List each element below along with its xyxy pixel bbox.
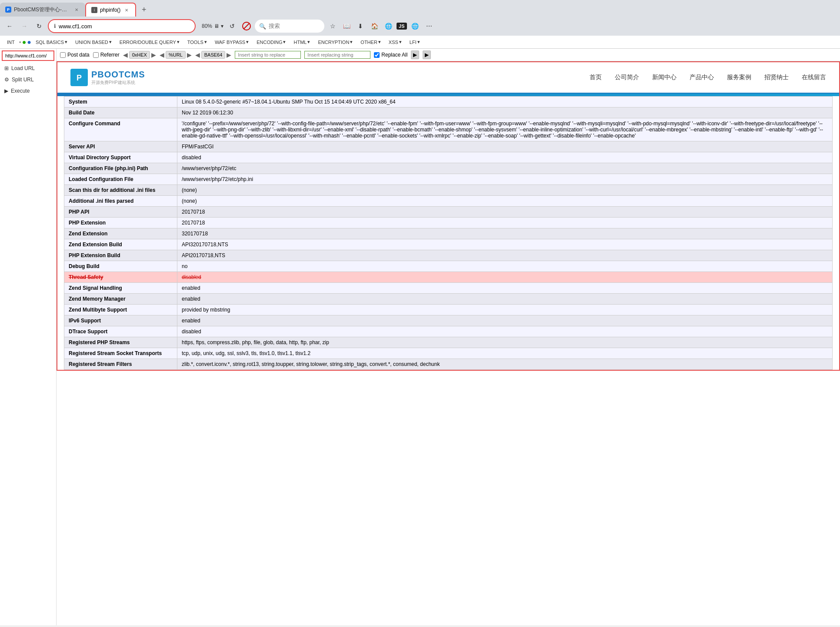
search-icon: 🔍 (259, 23, 266, 30)
right-arrow-hex: ▶ (151, 51, 156, 58)
nav-news[interactable]: 新闻中心 (652, 74, 677, 81)
hackbar-tools[interactable]: TOOLS▾ (184, 38, 210, 46)
tab-pbootcms[interactable]: P PbootCMS管理中心-V2.... ✕ (0, 3, 85, 17)
post-data-checkbox-label[interactable]: Post data (60, 52, 90, 58)
post-data-checkbox[interactable] (60, 52, 66, 58)
refresh-button[interactable]: ↻ (33, 20, 45, 32)
table-cell-label: Loaded Configuration File (64, 174, 177, 185)
table-cell-value: enabled (177, 283, 833, 294)
content-area: Post data Referrer ◀ 0xHEX ▶ ◀ %URL ▶ (57, 49, 840, 625)
hackbar-dots: • (19, 39, 21, 46)
hackbar-encryption[interactable]: ENCRYPTION▾ (314, 38, 356, 46)
nav-cases[interactable]: 服务案例 (727, 74, 751, 81)
monitor-icon: 🖥 (214, 23, 219, 29)
download-icon[interactable]: ⬇ (355, 20, 366, 32)
extension-icon[interactable]: 🌐 (410, 20, 421, 32)
table-row: Zend Multibyte Supportprovided by mbstri… (64, 305, 833, 315)
table-cell-label: PHP API (64, 207, 177, 218)
table-row: Additional .ini files parsed(none) (64, 196, 833, 207)
tab-close-1[interactable]: ✕ (73, 6, 80, 13)
sidebar-item-load-url[interactable]: ⊞ Load URL (0, 63, 56, 74)
table-cell-label: Virtual Directory Support (64, 152, 177, 163)
hackbar-xss[interactable]: XSS▾ (385, 38, 405, 46)
split-url-label: Split URL (12, 77, 34, 83)
table-cell-value: 20170718 (177, 207, 833, 218)
home-icon[interactable]: 🏠 (369, 20, 380, 32)
js-badge[interactable]: JS (397, 23, 407, 30)
load-url-icon: ⊞ (4, 65, 9, 71)
table-cell-value: enabled (177, 315, 833, 326)
hex-encode-btn[interactable]: 0xHEX (129, 51, 150, 59)
table-row: Zend Signal Handlingenabled (64, 283, 833, 294)
table-row: Virtual Directory Supportdisabled (64, 152, 833, 163)
nav-company[interactable]: 公司简介 (615, 74, 639, 81)
globe-icon[interactable]: 🌐 (383, 20, 394, 32)
nav-home[interactable]: 首页 (590, 74, 602, 81)
referrer-checkbox[interactable] (93, 52, 99, 58)
forward-button[interactable]: → (18, 20, 30, 32)
url-encode-btn[interactable]: %URL (166, 51, 186, 59)
back-button[interactable]: ← (3, 20, 16, 32)
hackbar-blue-dot: ● (27, 38, 31, 46)
replace-arrow-btn-2[interactable]: ▶ (423, 50, 431, 59)
menu-icon[interactable]: ⋯ (423, 20, 435, 32)
table-row: Registered Stream Socket Transportstcp, … (64, 348, 833, 359)
hackbar-row: INT • ● ● SQL BASICS▾ UNION BASED▾ ERROR… (0, 36, 840, 49)
table-cell-label: Zend Multibyte Support (64, 305, 177, 315)
sidebar-item-split-url[interactable]: ⚙ Split URL (0, 74, 56, 85)
address-input[interactable] (59, 23, 190, 30)
base64-encode-btn[interactable]: BASE64 (201, 51, 226, 59)
table-row: DTrace Supportdisabled (64, 326, 833, 337)
hackbar-waf-bypass[interactable]: WAF BYPASS▾ (211, 38, 252, 46)
reload-button[interactable]: ↺ (226, 20, 238, 32)
search-box[interactable]: 🔍 搜索 (255, 20, 324, 33)
base64-label: BASE64 (204, 52, 223, 57)
nav-message[interactable]: 在线留言 (802, 74, 826, 81)
table-cell-value: (none) (177, 196, 833, 207)
dropdown-icon[interactable]: ▾ (221, 23, 223, 29)
toolbar-row: Post data Referrer ◀ 0xHEX ▶ ◀ %URL ▶ (57, 49, 840, 61)
new-tab-button[interactable]: + (138, 3, 150, 16)
hackbar-lfi[interactable]: LFI▾ (406, 38, 423, 46)
replace-all-label[interactable]: Replace All (374, 52, 407, 58)
referrer-checkbox-label[interactable]: Referrer (93, 52, 120, 58)
table-row: SystemLinux 08 5.4.0-52-generic #57~18.0… (64, 97, 833, 107)
table-row: Debug Buildno (64, 261, 833, 272)
url-input[interactable] (3, 51, 53, 60)
replace-arrow-btn[interactable]: ▶ (411, 50, 419, 59)
insert-replacing-input[interactable] (304, 51, 370, 59)
table-cell-value: disabled (177, 152, 833, 163)
nav-products[interactable]: 产品中心 (690, 74, 714, 81)
tab-close-2[interactable]: ✕ (123, 7, 130, 13)
hackbar-int[interactable]: INT (3, 39, 18, 46)
nav-talent[interactable]: 招贤纳士 (764, 74, 789, 81)
table-row: Configuration File (php.ini) Path/www/se… (64, 163, 833, 174)
address-input-wrapper: ℹ (48, 19, 196, 33)
table-row: Server APIFPM/FastCGI (64, 141, 833, 152)
hackbar-encoding[interactable]: ENCODING▾ (253, 38, 289, 46)
star-icon[interactable]: ☆ (327, 20, 338, 32)
right-arrow-b64: ▶ (227, 51, 231, 58)
load-url-label: Load URL (11, 65, 35, 71)
table-cell-value: provided by mbstring (177, 305, 833, 315)
hackbar-other[interactable]: OTHER▾ (357, 38, 384, 46)
pboot-logo-icon: P (70, 69, 88, 86)
main-layout: ⊞ Load URL ⚙ Split URL ▶ Execute Post da… (0, 49, 840, 625)
sidebar-item-execute[interactable]: ▶ Execute (0, 85, 56, 97)
insert-string-input[interactable] (235, 51, 301, 59)
hackbar-union-based[interactable]: UNION BASED▾ (72, 38, 115, 46)
left-arrow-hex: ◀ (123, 51, 128, 58)
table-row: PHP Extension BuildAPI20170718,NTS (64, 250, 833, 261)
hackbar-sql-basics[interactable]: SQL BASICS▾ (32, 38, 71, 46)
phpinfo-table: SystemLinux 08 5.4.0-52-generic #57~18.0… (64, 96, 833, 370)
table-cell-value: (none) (177, 185, 833, 196)
table-row: Registered Stream Filterszlib.*, convert… (64, 359, 833, 370)
table-cell-value: Linux 08 5.4.0-52-generic #57~18.04.1-Ub… (177, 97, 833, 107)
hackbar-html[interactable]: HTML▾ (290, 38, 313, 46)
replace-all-checkbox[interactable] (374, 52, 380, 58)
no-sign-icon[interactable] (241, 20, 252, 32)
table-cell-label: Registered PHP Streams (64, 337, 177, 348)
hackbar-error-double[interactable]: ERROR/DOUBLE QUERY▾ (116, 38, 183, 46)
read-icon[interactable]: 📖 (341, 20, 352, 32)
tab-phpinfo[interactable]: i phpinfo() ✕ (85, 3, 136, 17)
